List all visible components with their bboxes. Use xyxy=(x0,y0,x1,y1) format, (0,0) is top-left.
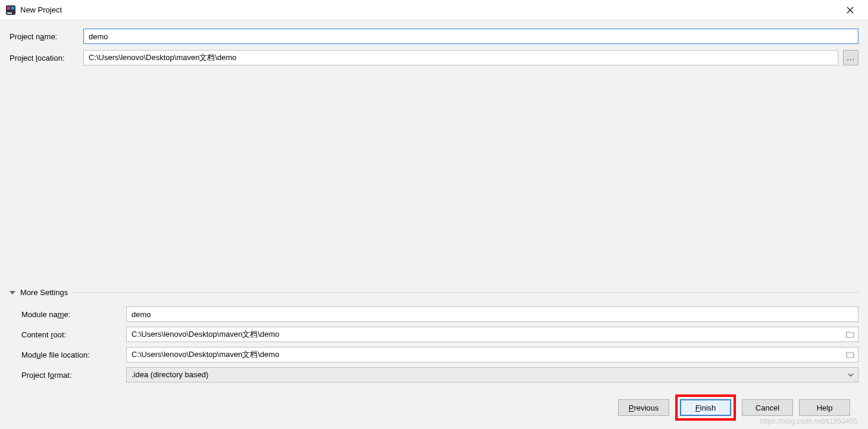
content-root-row: Content root: C:\Users\lenovo\Desktop\ma… xyxy=(21,327,858,342)
section-divider xyxy=(73,292,858,293)
browse-location-button[interactable]: ... xyxy=(843,50,858,65)
svg-rect-2 xyxy=(11,7,14,10)
finish-button[interactable]: Finish xyxy=(680,399,731,416)
app-icon xyxy=(6,5,15,15)
content-root-value: C:\Users\lenovo\Desktop\maven文档\demo xyxy=(127,327,842,342)
folder-icon[interactable] xyxy=(842,351,858,358)
cancel-button[interactable]: Cancel xyxy=(742,399,793,416)
close-button[interactable] xyxy=(838,2,862,18)
module-file-location-row: Module file location: C:\Users\lenovo\De… xyxy=(21,347,858,362)
previous-button[interactable]: Previous xyxy=(618,399,669,416)
content-root-field[interactable]: C:\Users\lenovo\Desktop\maven文档\demo xyxy=(126,327,858,342)
project-location-label: Project location: xyxy=(10,54,79,62)
folder-icon[interactable] xyxy=(842,331,858,338)
module-file-location-value: C:\Users\lenovo\Desktop\maven文档\demo xyxy=(127,347,842,362)
button-bar: Previous Finish Cancel Help xyxy=(10,389,858,429)
window-title: New Project xyxy=(20,5,838,14)
module-name-label: Module name: xyxy=(21,310,121,319)
project-name-label: Project name: xyxy=(10,32,79,41)
chevron-down-icon xyxy=(10,291,15,295)
dialog-content: Project name: Project location: ... More… xyxy=(0,20,868,429)
new-project-dialog: New Project Project name: Project locati… xyxy=(0,0,868,429)
svg-rect-3 xyxy=(7,12,12,14)
chevron-down-icon xyxy=(844,373,858,377)
project-location-input[interactable] xyxy=(83,50,838,65)
project-name-row: Project name: xyxy=(10,29,858,44)
project-location-row: Project location: ... xyxy=(10,50,858,65)
more-settings-panel: Module name: Content root: C:\Users\leno… xyxy=(10,306,858,383)
project-format-label: Project format: xyxy=(21,371,121,380)
module-name-row: Module name: xyxy=(21,306,858,322)
module-file-location-field[interactable]: C:\Users\lenovo\Desktop\maven文档\demo xyxy=(126,347,858,362)
finish-highlight: Finish xyxy=(675,394,736,421)
titlebar: New Project xyxy=(0,0,868,20)
project-format-combo[interactable]: .idea (directory based) xyxy=(126,367,858,383)
more-settings-title: More Settings xyxy=(20,288,68,297)
module-file-location-label: Module file location: xyxy=(21,350,121,359)
content-spacer xyxy=(10,71,858,278)
project-format-row: Project format: .idea (directory based) xyxy=(21,367,858,383)
content-root-label: Content root: xyxy=(21,330,121,339)
module-name-input[interactable] xyxy=(126,306,858,322)
help-button[interactable]: Help xyxy=(799,399,850,416)
svg-rect-1 xyxy=(7,7,10,10)
more-settings-header[interactable]: More Settings xyxy=(10,288,858,297)
project-format-value: .idea (directory based) xyxy=(127,368,844,382)
project-name-input[interactable] xyxy=(83,29,858,44)
